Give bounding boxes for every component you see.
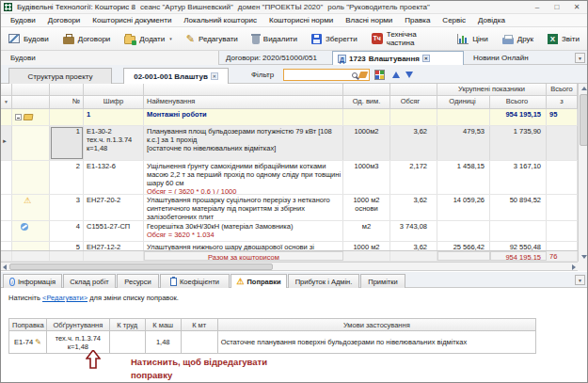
horizontal-scrollbar[interactable]: [1, 262, 578, 271]
header-filter-icon[interactable]: ▼: [1, 96, 12, 109]
scrollbar-thumb[interactable]: [580, 94, 588, 146]
table-header-group: Укрупнені показники Всього: [1, 84, 578, 96]
menu-item-koshtorysni-normy[interactable]: Кошторисні норми: [269, 16, 333, 24]
column-header-extra[interactable]: з: [547, 96, 578, 109]
scroll-up-icon[interactable]: [579, 84, 588, 93]
toolbar-delete-button[interactable]: Видалити: [252, 33, 297, 44]
close-button[interactable]: ✕: [569, 2, 584, 13]
add-dropdown-icon[interactable]: ▾: [169, 36, 172, 41]
cell-name: Георешітка 30кН/30кН (матеріал Замовника…: [144, 221, 343, 241]
menu-item-koshtorysni-dokumenty[interactable]: Кошторисні документи: [92, 16, 171, 24]
tab-corrections[interactable]: ⚠ Поправки: [230, 274, 287, 288]
floppy-save-icon: [311, 34, 322, 44]
scroll-left-icon[interactable]: [3, 264, 7, 270]
warning-icon: ⚠: [24, 196, 31, 219]
column-header-k-trud[interactable]: К труд: [110, 319, 146, 331]
menu-item-budovy[interactable]: Будови: [10, 16, 36, 24]
minimize-button[interactable]: –: [530, 2, 545, 13]
vertical-scrollbar[interactable]: [578, 84, 588, 262]
annotation-arrow-icon: [86, 350, 101, 369]
move-down-icon[interactable]: [405, 72, 413, 78]
header-extra-line1: Всього: [547, 84, 578, 96]
tab-active-estimate[interactable]: 02-001-001 Влаштув ✕: [123, 68, 229, 84]
menu-item-pravka[interactable]: Правка: [405, 16, 430, 24]
table-row-1[interactable]: ► 1 Е1-30-2 тех.ч. п.1.3.74 к=1,48 Плану…: [1, 126, 578, 161]
menu-item-vlasni-normy[interactable]: Власні норми: [345, 16, 392, 24]
correction-k-trud: [110, 331, 146, 354]
scrollbar-thumb[interactable]: [9, 263, 273, 270]
table-row-4[interactable]: 4 С1551-27-СП Георешітка 30кН/30кН (мате…: [1, 221, 578, 242]
technical-part-icon: Тч: [372, 33, 383, 44]
drafting-board-icon: [8, 34, 20, 43]
column-header-name[interactable]: Найменування: [144, 96, 343, 109]
tab-resources[interactable]: Ресурси: [117, 274, 159, 288]
info-icon: і: [9, 278, 15, 286]
cell-num: 5: [50, 242, 84, 250]
edit-correction-icon[interactable]: ✎: [35, 338, 41, 346]
column-header-obgruntuvannia[interactable]: Обґрунтування: [47, 319, 110, 331]
correction-k-mash: 1,48: [146, 331, 182, 354]
close-tab-icon[interactable]: ✕: [211, 72, 218, 80]
column-header-volume[interactable]: Обсяг: [390, 96, 437, 109]
clear-filter-icon[interactable]: [358, 72, 369, 78]
menu-item-dogovory[interactable]: Договори: [48, 16, 81, 24]
table-row-5[interactable]: 5 ЕН27-12-2 Улаштування нижнього шару дв…: [1, 242, 578, 250]
search-icon[interactable]: [352, 72, 358, 78]
move-up-icon[interactable]: [392, 72, 400, 78]
clipboard-icon: [170, 278, 177, 286]
column-header-k-mash[interactable]: К маш: [146, 319, 182, 331]
table-group-row[interactable]: 1 Монтажні роботи 954 195,15 95: [1, 109, 578, 126]
tab-news-online[interactable]: Новини Онлайн: [469, 51, 534, 65]
tab-work-composition[interactable]: Склад робіт: [63, 274, 116, 288]
tab-information[interactable]: і Інформація: [3, 274, 62, 288]
toolbar-add-button[interactable]: Додати ▾: [124, 34, 171, 44]
toolbar-budovy-button[interactable]: Будови: [8, 34, 49, 43]
column-header-unit[interactable]: Од. вим.: [343, 96, 390, 109]
column-header-popravka[interactable]: Поправка: [9, 319, 47, 331]
column-header-total[interactable]: Всього: [490, 96, 547, 109]
menu-item-dovidka[interactable]: Довідка: [478, 16, 505, 24]
tabstrip-dropdown-icon[interactable]: ▼: [575, 275, 585, 285]
cell-unit: 1000 м2: [343, 242, 390, 250]
toolbar-prices-button[interactable]: Ціни: [457, 34, 488, 44]
toolbar-dogovory-button[interactable]: Договори: [63, 34, 111, 44]
tab-dogovory[interactable]: Договори: 2020/51000/051: [220, 51, 330, 65]
collapse-group-icon[interactable]: [15, 114, 22, 120]
cell-code: Е1-132-6: [84, 161, 144, 194]
cell-name: Планування площ бульдозерами потужністю …: [144, 126, 343, 160]
column-header-num[interactable]: №: [50, 96, 84, 109]
menu-item-servis[interactable]: Сервіс: [442, 16, 466, 24]
toolbar-technical-part-button[interactable]: Тч Технічна частина: [372, 30, 443, 47]
table-row-3[interactable]: ⚠ 3 ЕН27-20-2 Улаштування прошарку суціл…: [1, 195, 578, 221]
toolbar-edit-button[interactable]: ✎ Редагувати: [186, 34, 238, 44]
toolbar-print-button[interactable]: Друк: [502, 34, 533, 44]
pane-caption-budovy[interactable]: Будови: [1, 51, 219, 65]
menu-item-lokalnyi-koshtorys[interactable]: Локальний кошторис: [183, 16, 257, 24]
customer-material-icon: [21, 223, 28, 231]
column-header-unit-price[interactable]: Одиниці: [437, 96, 490, 109]
column-header-umovy[interactable]: Умови застосування: [218, 319, 536, 331]
table-row-2[interactable]: 2 Е1-132-6 Ущільнення ґрунту самохідними…: [1, 161, 578, 195]
cell-total: 1 735,90: [490, 126, 547, 160]
app-icon: [4, 3, 12, 11]
tabstrip-dropdown-icon[interactable]: ▼: [575, 53, 585, 63]
column-header-code[interactable]: Шифр: [84, 96, 144, 109]
scroll-right-icon[interactable]: [572, 264, 576, 270]
cell-code: ЕН27-20-2: [84, 195, 144, 220]
tab-coefficients[interactable]: Коефіцієнти: [160, 274, 230, 288]
close-tab-icon[interactable]: ✕: [422, 55, 430, 62]
filter-input[interactable]: [283, 69, 370, 81]
maximize-button[interactable]: □: [549, 2, 564, 13]
tab-project-structure[interactable]: Структура проекту: [8, 68, 112, 84]
column-header-k-mt[interactable]: К мт: [182, 319, 218, 331]
tab-notes[interactable]: Примітки: [360, 274, 405, 288]
toolbar-reports-button[interactable]: X Звіти: [548, 34, 580, 44]
tab-active-document[interactable]: Д 1723 Влаштування ✕: [332, 51, 464, 65]
toolbar-save-button[interactable]: Зберегти: [311, 34, 358, 44]
cell-unit: 1000 м2 основи: [343, 195, 390, 220]
edit-link[interactable]: <Редагувати>: [42, 294, 87, 302]
color-grid-icon[interactable]: [374, 70, 385, 80]
tab-profit-admin[interactable]: Прибуток і Адмін.: [288, 274, 359, 288]
cell-unit-price: 14 059,26: [437, 195, 490, 220]
scroll-down-icon[interactable]: [579, 252, 588, 262]
